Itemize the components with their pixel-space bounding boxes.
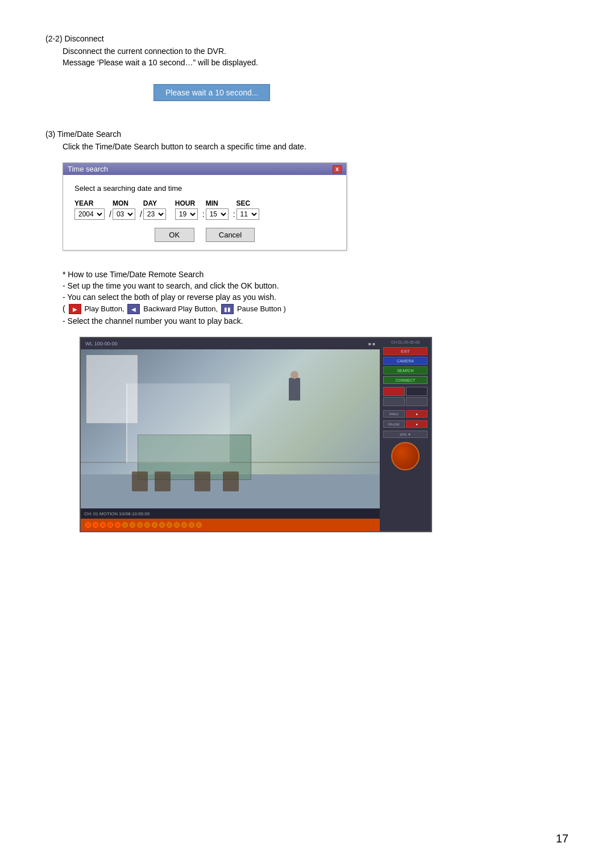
dvr-chair3 <box>194 471 210 491</box>
timeline-dot-15[interactable] <box>196 522 202 528</box>
sec-field-group: SEC 11 <box>237 199 259 220</box>
dvr-screenshot: WL 100-00-00 ■ ■ <box>80 337 432 532</box>
timeline-dot-9[interactable] <box>152 522 157 528</box>
timeline-dot-11[interactable] <box>167 522 172 528</box>
dvr-channel-grid <box>383 387 428 406</box>
timeline-dot-8[interactable] <box>144 522 150 528</box>
time-fields: YEAR 2004 / MON 03 <box>74 199 335 220</box>
min-field-group: MIN 15 <box>206 199 229 220</box>
dvr-sidebar-header: CH 01-05-05-08 <box>382 340 429 344</box>
dvr-title-text: WL 100-00-00 <box>85 341 118 347</box>
dialog-close-button[interactable]: x <box>333 165 342 173</box>
min-select[interactable]: 15 <box>206 208 229 220</box>
hour-select[interactable]: 19 <box>175 208 198 220</box>
timeline-dot-6[interactable] <box>130 522 135 528</box>
dvr-ch3[interactable] <box>383 397 405 406</box>
note-header: * How to use Time/Date Remote Search <box>63 270 569 279</box>
notes-section: * How to use Time/Date Remote Search - S… <box>63 270 569 326</box>
ok-button[interactable]: OK <box>155 228 194 242</box>
section-disconnect: (2-2) Disconnect Disconnect the current … <box>45 34 569 109</box>
dvr-rec2-btn[interactable]: ● <box>406 420 428 428</box>
section-body-disconnect: Disconnect the current connection to the… <box>45 47 569 109</box>
disconnect-line1: Disconnect the current connection to the… <box>63 47 569 56</box>
dvr-prev-btn[interactable]: PREV <box>383 410 405 418</box>
section-body-time-date: Click the Time/Date Search button to sea… <box>45 142 569 532</box>
dvr-main-area: WL 100-00-00 ■ ■ <box>81 338 380 531</box>
dvr-small-row1: PREV ● <box>383 410 428 418</box>
timeline-dot-10[interactable] <box>159 522 165 528</box>
dvr-exit-btn[interactable]: EXIT <box>383 347 428 355</box>
section-time-date-search: (3) Time/Date Search Click the Time/Date… <box>45 130 569 532</box>
note-line2: - You can select the both of play or rev… <box>63 293 569 302</box>
dvr-chair2 <box>155 471 171 491</box>
note-line3: ( ▶ Play Button, ◀ Backward Play Button,… <box>63 304 569 314</box>
timeline-dot-3[interactable] <box>107 522 113 528</box>
dvr-video-area <box>81 349 380 508</box>
sec-label: SEC <box>237 199 251 207</box>
year-select[interactable]: 2004 <box>74 208 105 220</box>
dvr-extra-btn[interactable]: CONNECT <box>383 376 428 384</box>
sep1: / <box>109 210 111 220</box>
hour-label: HOUR <box>175 199 195 207</box>
year-field-group: YEAR 2004 <box>74 199 105 220</box>
timeline-dot-12[interactable] <box>174 522 180 528</box>
wait-message-box: Please wait a 10 second... <box>154 84 270 101</box>
dialog-content: Select a searching date and time YEAR 20… <box>63 175 346 250</box>
mon-field-group: MON 03 <box>113 199 135 220</box>
backward-play-label: Backward Play Button, <box>143 304 218 313</box>
cancel-button[interactable]: Cancel <box>206 228 255 242</box>
backward-play-button-icon: ◀ <box>127 304 140 314</box>
timeline-dot-4[interactable] <box>115 522 121 528</box>
min-label: MIN <box>206 199 218 207</box>
time-date-description: Click the Time/Date Search button to sea… <box>63 142 569 151</box>
play-button-icon: ▶ <box>69 304 81 314</box>
dialog-titlebar: Time search x <box>63 163 346 175</box>
sep3: : <box>202 210 205 220</box>
dialog-buttons: OK Cancel <box>74 228 335 242</box>
dvr-chair1 <box>132 471 148 491</box>
dvr-whiteboard <box>86 355 138 423</box>
timeline-dot-5[interactable] <box>122 522 128 528</box>
dvr-bottom-bar: CH: 01 MOTION 10/08-10:00:09 <box>81 508 380 519</box>
dvr-ch4[interactable] <box>406 397 428 406</box>
hour-field-group: HOUR 19 <box>175 199 198 220</box>
time-search-dialog: Time search x Select a searching date an… <box>63 162 347 251</box>
timeline-dot-14[interactable] <box>189 522 194 528</box>
pause-label: Pause Button ) <box>237 304 286 313</box>
timeline-dot-0[interactable] <box>85 522 91 528</box>
timeline-dot-13[interactable] <box>181 522 187 528</box>
dvr-pause-btn[interactable]: PAUSE <box>383 420 405 428</box>
play-label: Play Button, <box>84 304 124 313</box>
day-select[interactable]: 23 <box>143 208 166 220</box>
day-label: DAY <box>143 199 157 207</box>
day-field-group: DAY 23 <box>143 199 166 220</box>
dvr-rec-btn[interactable]: ● <box>406 410 428 418</box>
sep4: : <box>233 210 235 220</box>
section-title-time-date: (3) Time/Date Search <box>45 130 569 139</box>
time-search-dialog-wrapper: Time search x Select a searching date an… <box>63 162 347 251</box>
year-label: YEAR <box>74 199 93 207</box>
dvr-ch2[interactable] <box>406 387 428 396</box>
dialog-title: Time search <box>68 165 108 173</box>
timeline-dot-1[interactable] <box>93 522 98 528</box>
mon-label: MON <box>113 199 128 207</box>
dvr-chair4 <box>223 471 239 491</box>
dvr-joystick[interactable] <box>391 442 420 470</box>
mon-select[interactable]: 03 <box>113 208 135 220</box>
timeline-dot-2[interactable] <box>100 522 106 528</box>
sep2: / <box>140 210 142 220</box>
dvr-speed-btn[interactable]: SPD ▼ <box>383 431 428 438</box>
dvr-small-row3: SPD ▼ <box>383 431 428 438</box>
dvr-ch1[interactable] <box>383 387 405 396</box>
dialog-subtitle: Select a searching date and time <box>74 184 335 193</box>
dvr-small-row2: PAUSE ● <box>383 420 428 428</box>
note-line4: - Select the channel number you want to … <box>63 316 569 326</box>
sec-select[interactable]: 11 <box>237 208 259 220</box>
note-line3-prefix: ( <box>63 304 68 313</box>
timeline-dot-7[interactable] <box>137 522 143 528</box>
dvr-timeline <box>81 519 380 531</box>
dvr-floor-line <box>81 462 380 463</box>
dvr-sidebar: CH 01-05-05-08 EXIT CAMERA SEARCH CONNEC… <box>380 338 431 531</box>
dvr-search-btn[interactable]: SEARCH <box>383 366 428 374</box>
dvr-camera-btn[interactable]: CAMERA <box>383 357 428 365</box>
